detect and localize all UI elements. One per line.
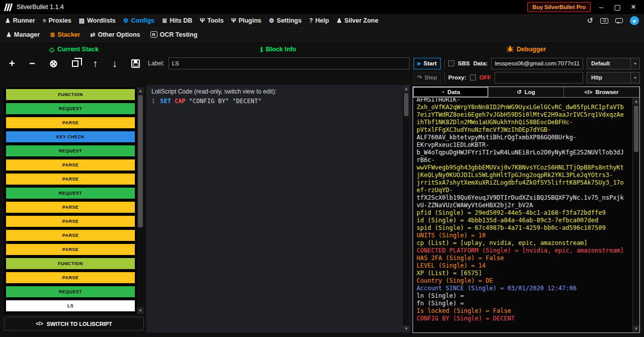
app-logo-icon	[5, 4, 13, 11]
stack-block[interactable]: KEY CHECK	[6, 131, 135, 142]
toolbar-item[interactable]: ⇄ Other Options	[90, 31, 140, 38]
data-input[interactable]	[491, 58, 583, 69]
log-line: b_W4oTqpuDgHWJFYriTIr1wR4LuNEi8rLo2O0yNy…	[417, 149, 628, 156]
block-info-label: Block Info	[266, 46, 296, 53]
proxy-type-dropdown[interactable]: Http ▼	[587, 72, 640, 83]
switch-to-loliscript-button[interactable]: </> SWITCH TO LOLISCRIPT	[4, 317, 144, 330]
maximize-button[interactable]: ▢	[612, 3, 623, 11]
scroll-up-icon[interactable]: ▲	[137, 88, 144, 94]
scroll-down-icon[interactable]: ▼	[633, 325, 639, 332]
scroll-down-icon[interactable]: ▼	[403, 325, 410, 332]
config-toolbar: ♟ Manager ≣ Stacker ⇄ Other Options R OC…	[0, 28, 644, 42]
log-line: pfid (Single) = 29ed5092-44e5-4bc1-a168-…	[417, 209, 628, 217]
debugger-panel: ◔ Data ↺ Log </> Browser AFMSITHORIK- Zx…	[413, 87, 640, 333]
history-icon[interactable]: ↺	[587, 16, 593, 25]
clear-blocks-icon[interactable]: ⊗	[49, 58, 58, 68]
proxy-label: Proxy:	[448, 74, 466, 80]
telegram-send-icon[interactable]: ▶	[628, 14, 640, 27]
chat-icon[interactable]	[615, 18, 623, 23]
log-line: CONECTED PLATFORM (Single) = [nvidia, ep…	[417, 247, 628, 255]
block-label-input[interactable]	[169, 57, 410, 69]
menu-item[interactable]: ⚙ Settings	[269, 17, 301, 24]
menu-item-label: Settings	[277, 17, 301, 24]
scroll-down-icon[interactable]: ▼	[137, 307, 144, 314]
log-line: tfX2ScX0lb19Qu6YeuqJV9DTIrDudXZsiBQJSBQX…	[417, 194, 628, 202]
code-token: CAP	[175, 98, 186, 105]
log-line: rB6c-	[417, 156, 628, 164]
debugger-tab[interactable]: ◔ Data	[413, 87, 489, 97]
block-info-header: ℹ Block Info	[146, 43, 411, 55]
code-token: "DECENT"	[232, 98, 262, 105]
add-block-icon[interactable]: +	[9, 58, 15, 68]
stack-block[interactable]: PARSE	[6, 159, 135, 171]
stack-block[interactable]: REQUEST	[6, 145, 135, 156]
close-button[interactable]: ×	[628, 2, 639, 12]
toolbar-item[interactable]: R OCR Testing	[150, 31, 198, 38]
debugger-scrollbar[interactable]: ▲ ▼	[632, 98, 639, 332]
screenshot-camera-icon[interactable]	[600, 18, 608, 24]
step-button[interactable]: ↷ Step	[414, 72, 441, 83]
log-line: 7eizYTWdRZ8oei6Egeh7vJGbH59DSi0lMtvE2H9a…	[417, 111, 628, 119]
remove-block-icon[interactable]: −	[29, 58, 35, 68]
stack-blocks-list: FUNCTION REQUEST PARSE KEY CHECK REQUEST…	[6, 89, 135, 314]
scroll-up-icon[interactable]: ▲	[403, 86, 410, 92]
stack-block[interactable]: REQUEST	[6, 188, 135, 199]
wordlist-type-dropdown[interactable]: Default ▼	[587, 58, 640, 69]
scrollbar-thumb[interactable]	[404, 93, 409, 116]
toolbar-item[interactable]: ♟ Manager	[6, 31, 40, 38]
stack-toolbar: + − ⊗ ↑ ↓	[5, 56, 144, 70]
stack-block[interactable]: PARSE	[6, 216, 135, 227]
move-down-icon[interactable]: ↓	[112, 58, 117, 68]
debugger-label: Debugger	[517, 46, 546, 53]
menu-item-label: Wordlists	[87, 17, 116, 24]
log-line: spid (Single) = 67c4987b-4a71-4259-bb0c-…	[417, 224, 628, 232]
buy-pro-button[interactable]: Buy SilverBullet Pro	[527, 2, 591, 12]
menu-item[interactable]: ≣ Hits DB	[162, 17, 192, 24]
menu-item[interactable]: ▤ Wordlists	[79, 17, 116, 24]
proxy-input[interactable]	[495, 72, 583, 83]
toolbar-item[interactable]: ≣ Stacker	[50, 31, 80, 38]
menu-item[interactable]: ≡ Proxies	[43, 17, 71, 24]
debugger-controls-row1: ▶ Start SBS Data: Default ▼	[414, 57, 640, 70]
stack-block[interactable]: PARSE	[6, 202, 135, 213]
menu-item[interactable]: Ψ Tools	[200, 17, 223, 24]
debugger-tab[interactable]: ↺ Log	[489, 87, 564, 97]
debugger-tab[interactable]: </> Browser	[564, 87, 639, 97]
start-button[interactable]: ▶ Start	[414, 58, 441, 69]
stack-block[interactable]: PARSE	[6, 272, 135, 283]
scroll-up-icon[interactable]: ▲	[633, 98, 639, 105]
log-line: ln (Single) =	[417, 292, 628, 300]
sbs-checkbox[interactable]	[448, 60, 454, 66]
stack-block[interactable]: FUNCTION	[6, 89, 135, 100]
stack-block[interactable]: REQUEST	[6, 103, 135, 114]
stack-block[interactable]: PARSE	[6, 117, 135, 128]
move-up-icon[interactable]: ↑	[93, 58, 98, 68]
menu-item[interactable]: ? Help	[309, 17, 329, 24]
stack-block[interactable]: PARSE	[6, 230, 135, 241]
scrollbar-thumb[interactable]	[138, 95, 143, 227]
log-line: wwVFWvegb95gh43gbbEMUVxj0v7KBNvsYCozS6HN…	[417, 164, 628, 172]
menu-item[interactable]: Ψ Plugins	[231, 17, 261, 24]
stack-scrollbar[interactable]: ▲ ▼	[137, 88, 144, 314]
clone-block-icon[interactable]	[72, 60, 78, 67]
stack-block[interactable]: PARSE	[6, 174, 135, 185]
log-line: EKrvpRxeuc1EDLoKBTR-	[417, 141, 628, 149]
proxy-checkbox[interactable]	[470, 74, 476, 80]
menu-item[interactable]: ♟ Runner	[5, 17, 35, 24]
minimize-button[interactable]: –	[596, 3, 607, 11]
code-scrollbar[interactable]: ▲ ▼	[403, 86, 410, 332]
menu-item[interactable]: ♟ Silver Zone	[337, 17, 378, 24]
scrollbar-thumb[interactable]	[634, 106, 638, 152]
stack-block[interactable]: PARSE	[6, 244, 135, 255]
proxies-list-icon: ≡	[43, 17, 46, 24]
save-icon[interactable]	[131, 59, 140, 68]
wordlist-type-value: Default	[591, 60, 610, 66]
log-line: fn (Single) =	[417, 300, 628, 307]
menu-item-label: Tools	[207, 17, 223, 24]
plugins-icon: Ψ	[231, 17, 236, 24]
menu-item[interactable]: ⚙ Configs	[123, 17, 154, 24]
stack-block[interactable]: FUNCTION	[6, 258, 135, 269]
stack-block[interactable]: REQUEST	[6, 286, 135, 297]
log-tab-icon: ↺	[517, 89, 521, 96]
stack-block[interactable]: LS	[6, 300, 135, 311]
